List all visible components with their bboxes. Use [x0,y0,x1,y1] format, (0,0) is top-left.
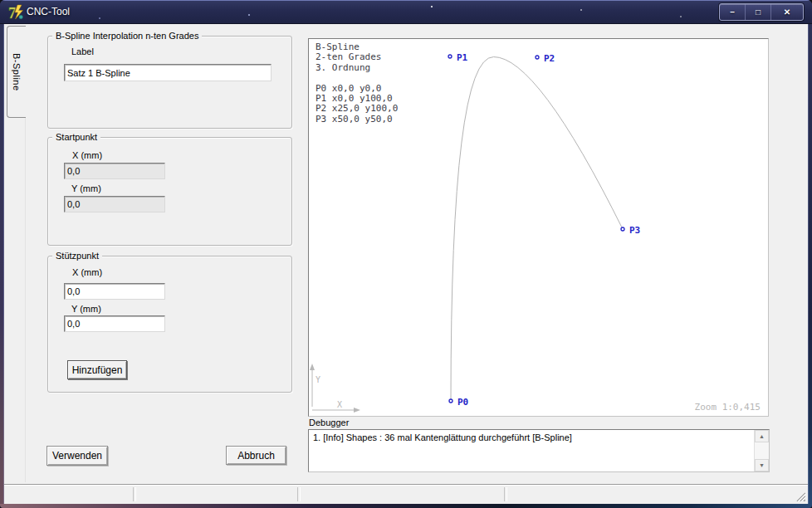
app-icon: 7 [7,4,24,21]
stuetzpunkt-y-input[interactable] [64,315,165,332]
bspline-curve [451,57,623,402]
title-bar: 7 CNC-Tool – □ ✕ [0,0,812,24]
minimize-button[interactable]: – [720,4,745,20]
point-p1-marker[interactable] [448,55,452,58]
abbruch-button[interactable]: Abbruch [226,446,286,465]
scroll-down-icon: ▼ [759,462,765,468]
hinzufuegen-button[interactable]: Hinzufügen [67,360,127,379]
zoom-factor-label: Zoom 1:0,415 [695,402,761,413]
minimize-icon: – [730,8,735,20]
x-axis-label: X [337,400,342,409]
app-window: 7 CNC-Tool – □ ✕ B-Spline B-Spline Inter… [0,0,812,508]
window-border-bottom [0,504,812,508]
stuetzpunkt-x-label: X (mm) [72,267,102,277]
stuetzpunkt-y-label: Y (mm) [71,304,101,314]
group-stuetzpunkt-legend: Stützpunkt [52,251,102,261]
svg-text:7: 7 [8,5,16,21]
label-caption: Label [71,46,94,56]
window-border-right [808,24,812,505]
tab-bspline[interactable]: B-Spline [7,26,26,118]
point-p2-label: P2 [544,53,555,64]
debugger-label: Debugger [309,418,349,427]
group-startpunkt-legend: Startpunkt [52,132,100,142]
point-p0-marker[interactable] [449,399,452,403]
startpunkt-x-input[interactable] [64,163,165,179]
startpunkt-y-input[interactable] [64,196,165,212]
scroll-up-icon: ▲ [759,433,765,439]
tab-bspline-label: B-Spline [12,53,22,91]
group-bspline-legend: B-Spline Interpolation n-ten Grades [52,31,202,41]
maximize-button[interactable]: □ [745,4,770,20]
x-axis-arrow-icon [354,408,360,413]
debugger-log[interactable]: 1. [Info] Shapes : 36 mal Kantenglättung… [308,429,770,472]
y-axis-arrow-icon [310,364,315,370]
point-p2-marker[interactable] [536,56,539,59]
stuetzpunkt-x-input[interactable] [64,283,165,300]
point-p0-label: P0 [457,397,468,408]
status-divider [133,487,136,501]
label-input[interactable] [64,64,271,81]
window-title: CNC-Tool [27,0,70,24]
status-divider [297,487,301,501]
startpunkt-y-label: Y (mm) [71,183,101,193]
status-divider [504,487,507,501]
debugger-log-line: 1. [Info] Shapes : 36 mal Kantenglättung… [313,432,752,442]
scroll-down-button[interactable]: ▼ [755,459,769,471]
maximize-icon: □ [756,8,761,17]
close-icon: ✕ [784,8,790,17]
close-button[interactable]: ✕ [770,4,803,20]
resize-grip-icon[interactable] [795,491,805,501]
debugger-scrollbar[interactable]: ▲ ▼ [754,430,769,471]
point-p3-marker[interactable] [621,227,624,231]
y-axis-label: Y [316,375,320,384]
spline-canvas[interactable]: P0 P1 P2 P3 Y X B-Spline 2-ten Grades 3.… [308,38,769,417]
point-p1-label: P1 [457,52,468,63]
window-controls: – □ ✕ [719,3,804,21]
status-bar [4,484,808,504]
startpunkt-x-label: X (mm) [72,150,102,160]
scroll-up-button[interactable]: ▲ [755,430,769,442]
spline-info-text: B-Spline 2-ten Grades 3. Ordnung P0 x0,0… [316,42,398,125]
verwenden-button[interactable]: Verwenden [46,446,108,466]
point-p3-label: P3 [629,225,640,236]
